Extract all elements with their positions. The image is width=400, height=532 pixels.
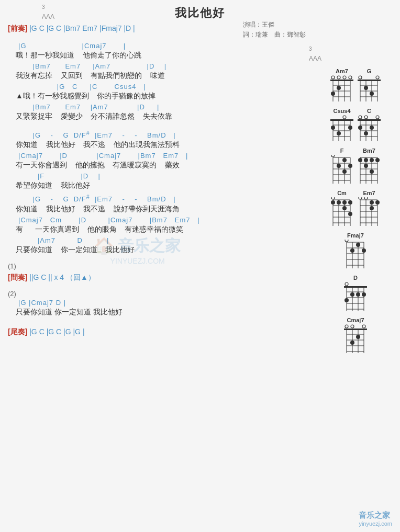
chorus1-line3: |F |D | 希望你知道 我比他好 [8, 172, 306, 190]
chorus1-line2: |Cmaj7 |D |Cmaj7 |Bm7 Em7 | 有一天你會遇到 他的擁抱… [8, 152, 306, 170]
song-title: 我比他好 [8, 5, 392, 21]
svg-point-92 [331, 197, 335, 199]
chorus2-section: |G - G D/F# |Em7 - - Bm/D | 你知道 我比他好 我不逃… [8, 194, 306, 254]
svg-point-36 [337, 131, 341, 135]
svg-point-47 [364, 116, 368, 119]
diagram-g: G [358, 68, 381, 101]
svg-point-51 [358, 126, 362, 130]
paren-2: (2) [8, 290, 306, 298]
svg-rect-0 [330, 80, 353, 81]
chorus2-line3: |Am7 D | 只要你知道 你一定知道 我比他好 [8, 236, 306, 255]
svg-point-34 [343, 116, 346, 119]
aaa-top-label: 3 AAA [42, 4, 54, 20]
diagram-fmaj7: Fmaj7 [344, 232, 367, 268]
svg-point-125 [362, 248, 366, 253]
svg-point-76 [358, 158, 362, 162]
svg-point-152 [356, 335, 360, 339]
diagram-cm: Cm ○ [330, 190, 353, 226]
svg-point-49 [370, 126, 374, 130]
svg-point-110 [370, 200, 374, 205]
svg-point-122 [345, 240, 348, 242]
diagram-row-6: D [316, 275, 395, 311]
diagram-am7: Am7 [330, 68, 353, 101]
svg-point-50 [364, 131, 368, 135]
svg-point-22 [359, 76, 362, 79]
site-logo: 音乐之家 yinyuezj.com [359, 511, 392, 527]
svg-point-136 [350, 292, 354, 297]
coda-section: [尾奏] |G C |G C |G |G | [8, 327, 306, 337]
svg-point-109 [364, 197, 368, 199]
svg-point-97 [342, 206, 347, 210]
prelude-chords: |G C |G C |Bm7 Em7 |Fmaj7 |D | [29, 24, 135, 32]
verse-chord-1: |G |Cmaj7 | 哦！那一秒我知道 他偷走了你的心跳 [8, 42, 306, 60]
svg-point-64 [337, 164, 341, 168]
verse-chord-3: |G C |C Csus4 | ▲哦！有一秒我感覺到 你的手猶豫的放掉 [8, 83, 306, 101]
svg-point-93 [331, 200, 335, 205]
svg-point-11 [349, 76, 352, 79]
diagram-row-1: Am7 [316, 68, 395, 101]
interlude-line: [間奏] ||G C || x 4 （回▲） [8, 273, 306, 282]
svg-point-149 [345, 325, 348, 328]
verse-section: |G |Cmaj7 | 哦！那一秒我知道 他偷走了你的心跳 |Bm7 Em7 |… [8, 42, 306, 121]
verse-chord-4: |Bm7 Em7 |Am7 |D | 又緊緊捉牢 愛變少 分不清誰忽然 失去依靠 [8, 103, 306, 121]
svg-point-13 [331, 92, 335, 96]
svg-point-66 [348, 164, 352, 168]
interlude-label: [間奏] [8, 273, 27, 281]
chorus2-line1: |G - G D/F# |Em7 - - Bm/D | 你知道 我比他好 我不逃… [8, 194, 306, 213]
svg-point-137 [356, 292, 360, 297]
diagram-row-3: F ○ [316, 148, 395, 184]
diagram-cmaj7: Cmaj7 [344, 317, 367, 353]
diagram-c: C [358, 108, 381, 141]
paren-1: (1) [8, 262, 306, 270]
diagram-d: D [344, 275, 367, 311]
chord-diagrams: Am7 [316, 68, 395, 359]
aaa-second-label: 3 AAA [309, 46, 321, 62]
svg-point-79 [375, 158, 380, 162]
svg-point-108 [359, 197, 362, 199]
prelude-label: [前奏] [8, 24, 27, 32]
svg-point-81 [370, 169, 374, 174]
svg-point-46 [359, 116, 362, 119]
svg-point-9 [337, 76, 340, 79]
section2-lyric: 只要你知道 你一定知道 我比他好 [8, 308, 306, 317]
credits: 詞：瑞兼 曲：鄧智彰 [243, 30, 306, 40]
svg-point-151 [362, 325, 365, 328]
svg-point-35 [331, 126, 335, 130]
diagram-csus4: Csus4 [330, 108, 353, 141]
svg-point-138 [362, 292, 366, 297]
svg-point-37 [348, 126, 352, 130]
chorus1-section: |G - G D/F# |Em7 - - Bm/D | 你知道 我比他好 我不逃… [8, 130, 306, 190]
page: 3 AAA 我比他好 演唱：王傑 詞：瑞兼 曲：鄧智彰 3 AAA Am7 [0, 0, 400, 532]
verse-chord-2: |Bm7 Em7 |Am7 |D | 我沒有忘掉 又回到 有點我們初戀的 味道 [8, 62, 306, 81]
svg-rect-38 [358, 119, 381, 121]
svg-point-25 [370, 92, 374, 96]
svg-rect-26 [330, 119, 353, 121]
svg-rect-140 [344, 329, 367, 330]
singer: 演唱：王傑 [243, 20, 306, 30]
interlude-section: (1) [間奏] ||G C || x 4 （回▲） [8, 262, 306, 282]
svg-point-78 [370, 158, 374, 162]
svg-rect-126 [344, 286, 367, 288]
svg-point-65 [342, 169, 347, 174]
svg-point-10 [343, 76, 346, 79]
svg-point-48 [376, 116, 379, 119]
diagram-row-2: Csus4 [316, 108, 395, 141]
svg-point-23 [376, 76, 379, 79]
svg-point-77 [364, 158, 368, 162]
section2-block: (2) |G |Cmaj7 D | 只要你知道 你一定知道 我比他好 [8, 290, 306, 317]
svg-point-150 [351, 325, 354, 328]
coda-line: [尾奏] |G C |G C |G |G | [8, 327, 306, 337]
svg-point-62 [331, 155, 335, 157]
section2-chords: |G |Cmaj7 D | [8, 299, 306, 307]
svg-point-98 [348, 212, 352, 216]
svg-point-12 [337, 86, 341, 90]
song-meta: 演唱：王傑 詞：瑞兼 曲：鄧智彰 [243, 20, 306, 40]
svg-point-95 [342, 200, 347, 205]
chorus1-line1: |G - G D/F# |Em7 - - Bm/D | 你知道 我比他好 我不逃… [8, 130, 306, 150]
diagram-row-4: Cm ○ [316, 190, 395, 226]
diagram-row-5: Fmaj7 [316, 232, 395, 268]
svg-point-94 [337, 200, 341, 205]
svg-point-24 [364, 86, 368, 90]
svg-point-96 [348, 200, 352, 205]
svg-point-123 [350, 248, 354, 253]
